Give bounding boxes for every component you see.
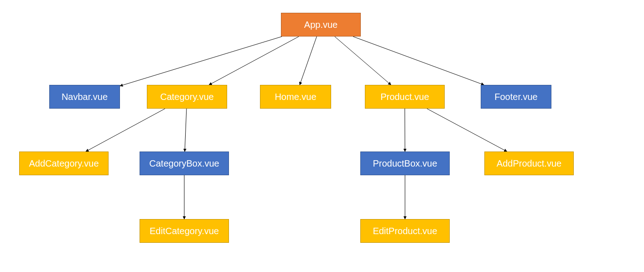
edge-app-to-home [300, 37, 317, 85]
node-edit-product: EditProduct.vue [360, 219, 450, 243]
node-footer: Footer.vue [481, 85, 551, 109]
node-category-box: CategoryBox.vue [140, 152, 229, 175]
edge-app-to-product [335, 37, 391, 85]
node-home: Home.vue [260, 85, 331, 109]
edge-product-to-addProduct [427, 109, 507, 152]
diagram-canvas: App.vue Navbar.vue Category.vue Home.vue… [0, 0, 644, 272]
node-product-box: ProductBox.vue [360, 152, 450, 175]
node-add-category: AddCategory.vue [19, 152, 109, 175]
edge-category-to-addCategory [86, 109, 165, 152]
node-navbar: Navbar.vue [49, 85, 120, 109]
node-product: Product.vue [365, 85, 445, 109]
edges-layer [0, 0, 644, 272]
node-add-product: AddProduct.vue [484, 152, 574, 175]
node-edit-category: EditCategory.vue [140, 219, 229, 243]
edge-app-to-navbar [120, 37, 282, 86]
node-category: Category.vue [147, 85, 227, 109]
edge-app-to-category [209, 37, 299, 85]
edge-category-to-categoryBox [185, 109, 187, 152]
edge-app-to-footer [353, 37, 484, 85]
node-app: App.vue [281, 13, 361, 37]
